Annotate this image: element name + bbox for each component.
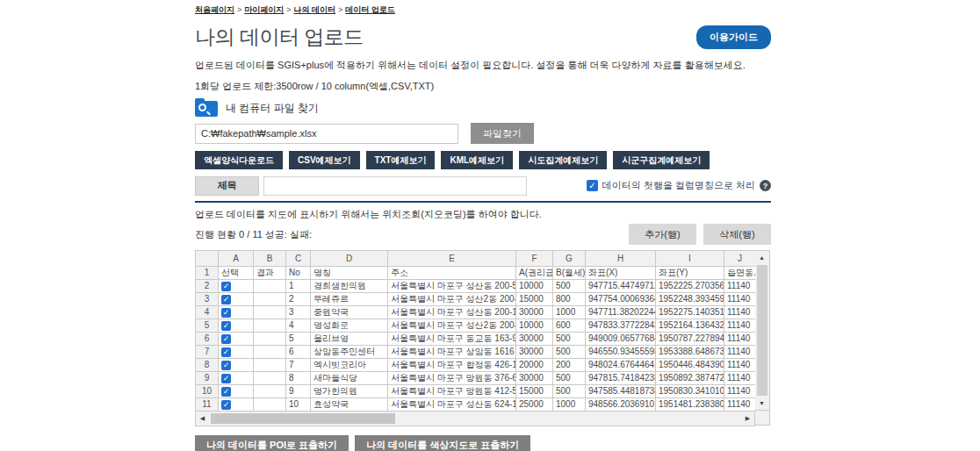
b-rent-cell: 800 [553, 293, 586, 306]
row-select-checkbox[interactable]: ✓ [221, 347, 231, 357]
row-number-cell: 5 [196, 319, 219, 333]
scroll-right-icon[interactable]: ▶ [741, 412, 754, 425]
result-cell [254, 319, 286, 333]
add-row-button[interactable]: 추가(행) [629, 224, 696, 245]
scroll-left-icon[interactable]: ◀ [196, 412, 209, 425]
first-row-as-column-checkbox[interactable]: ✓ [587, 180, 598, 191]
breadcrumb: 처음페이지>마이페이지>나의 데이터>데이터 업로드 [195, 0, 771, 16]
kml-example-button[interactable]: KML예제보기 [441, 151, 513, 169]
folder-search-icon [195, 101, 218, 117]
coord-x-cell: 948566.203691019 [586, 398, 656, 412]
row-select-checkbox[interactable]: ✓ [221, 334, 231, 344]
usage-guide-button[interactable]: 이용가이드 [696, 25, 771, 49]
row-select-checkbox[interactable]: ✓ [221, 282, 231, 291]
emd-cell: 11140 [724, 359, 756, 372]
column-letter: J [724, 251, 756, 267]
scrollbar-corner [755, 411, 770, 426]
no-cell: 3 [286, 306, 311, 319]
delete-row-button[interactable]: 삭제(행) [703, 224, 771, 245]
vertical-scrollbar-thumb[interactable] [757, 265, 767, 396]
result-cell [254, 385, 286, 398]
file-path-input[interactable] [195, 124, 458, 144]
row-select-checkbox[interactable]: ✓ [221, 374, 231, 383]
select-cell: ✓ [219, 398, 254, 412]
help-icon[interactable]: ? [760, 180, 771, 191]
page-title: 나의 데이터 업로드 [195, 24, 364, 51]
select-cell: ✓ [219, 280, 254, 293]
a-premium-cell: 30000 [516, 306, 553, 319]
b-rent-cell: 500 [553, 333, 586, 346]
no-cell: 9 [286, 385, 311, 398]
coord-y-cell: 1953388.64867319 [656, 346, 724, 359]
row-select-checkbox[interactable]: ✓ [221, 387, 231, 397]
browse-file-button[interactable]: 파일찾기 [471, 123, 534, 144]
breadcrumb-my-data[interactable]: 나의 데이터 [294, 5, 336, 14]
table-row: 9✓8새마을식당서울특별시 마포구 망원동 376-63000050094781… [196, 372, 755, 385]
column-letter: G [553, 251, 586, 267]
address-cell: 서울특별시 마포구 망원동 412-52 [388, 385, 516, 398]
excel-template-download-button[interactable]: 엑셀양식다운로드 [195, 151, 283, 169]
result-cell [254, 372, 286, 385]
progress-status: 진행 현황 0 / 11 성공: 실패: [195, 228, 312, 241]
a-premium-cell: 10000 [516, 319, 553, 333]
b-rent-cell: 200 [553, 359, 586, 372]
txt-example-button[interactable]: TXT예제보기 [366, 151, 436, 169]
coord-x-header: 좌표(X) [586, 267, 656, 280]
scroll-down-icon[interactable]: ▼ [755, 397, 768, 410]
coord-y-cell: 1950892.38747227 [656, 372, 724, 385]
row-select-checkbox[interactable]: ✓ [221, 295, 231, 304]
magnifier-icon [198, 104, 206, 111]
row-select-checkbox[interactable]: ✓ [221, 361, 231, 370]
first-row-as-column-label: 데이터의 첫행을 컬럼명칭으로 처리 [602, 179, 755, 192]
breadcrumb-mypage[interactable]: 마이페이지 [244, 5, 284, 14]
a-premium-cell: 10000 [516, 280, 553, 293]
row-select-checkbox[interactable]: ✓ [221, 308, 231, 318]
title-input[interactable] [263, 176, 527, 196]
row-number-cell: 7 [196, 346, 219, 359]
show-as-poi-button[interactable]: 나의 데이터를 POI로 표출하기 [195, 435, 349, 451]
emd-cell: 11140 [724, 398, 756, 412]
select-cell: ✓ [219, 293, 254, 306]
table-row: 7✓6상암동주민센터서울특별시 마포구 상암동 1616300005009465… [196, 346, 755, 359]
name-cell: 중원약국 [311, 306, 388, 319]
row-select-checkbox[interactable]: ✓ [221, 321, 231, 331]
csv-example-button[interactable]: CSV예제보기 [289, 151, 360, 169]
show-as-color-map-button[interactable]: 나의 데이터를 색상지도로 표출하기 [355, 435, 530, 451]
coord-x-cell: 946550.934555989 [586, 346, 656, 359]
name-cell: 새마을식당 [311, 372, 388, 385]
breadcrumb-home[interactable]: 처음페이지 [195, 5, 234, 14]
result-header: 결과 [254, 267, 286, 280]
vertical-scrollbar[interactable]: ▲ ▼ [755, 250, 770, 411]
name-header: 명칭 [311, 267, 388, 280]
address-cell: 서울특별시 마포구 성산2동 200-38 [388, 319, 516, 333]
select-cell: ✓ [219, 372, 254, 385]
sido-aggregate-example-button[interactable]: 시도집계예제보기 [519, 151, 607, 169]
coord-x-cell: 947715.447497129 [586, 280, 656, 293]
no-cell: 7 [286, 359, 311, 372]
name-cell: 효성약국 [311, 398, 388, 412]
emd-cell: 11140 [724, 280, 756, 293]
table-row: 10✓9명가한의원서울특별시 마포구 망원동 412-5215000500947… [196, 385, 755, 398]
select-header: 선택 [219, 267, 254, 280]
result-cell [254, 293, 286, 306]
sigungu-aggregate-example-button[interactable]: 시군구집계예제보기 [613, 151, 710, 169]
emd-cell: 11140 [724, 306, 756, 319]
column-letter: E [388, 251, 516, 267]
emd-cell: 11140 [724, 293, 756, 306]
no-cell: 5 [286, 333, 311, 346]
row-select-checkbox[interactable]: ✓ [221, 400, 231, 410]
coord-y-cell: 1951481.23838069 [656, 398, 724, 412]
horizontal-scrollbar[interactable]: ◀ ▶ [195, 412, 755, 426]
name-cell: 엑시빗코리아 [311, 359, 388, 372]
address-cell: 서울특별시 마포구 동교동 163-9 [388, 333, 516, 346]
table-row: 2✓1경희샘한의원서울특별시 마포구 성산동 200-5110000500947… [196, 280, 755, 293]
scroll-up-icon[interactable]: ▲ [755, 251, 768, 264]
coord-y-cell: 1952164.13643249 [656, 319, 724, 333]
coord-x-cell: 947585.448187381 [586, 385, 656, 398]
breadcrumb-separator: > [237, 5, 241, 14]
select-cell: ✓ [219, 319, 254, 333]
result-cell [254, 398, 286, 412]
breadcrumb-data-upload[interactable]: 데이터 업로드 [345, 5, 395, 14]
b-rent-cell: 500 [553, 385, 586, 398]
horizontal-scrollbar-thumb[interactable] [211, 413, 395, 424]
